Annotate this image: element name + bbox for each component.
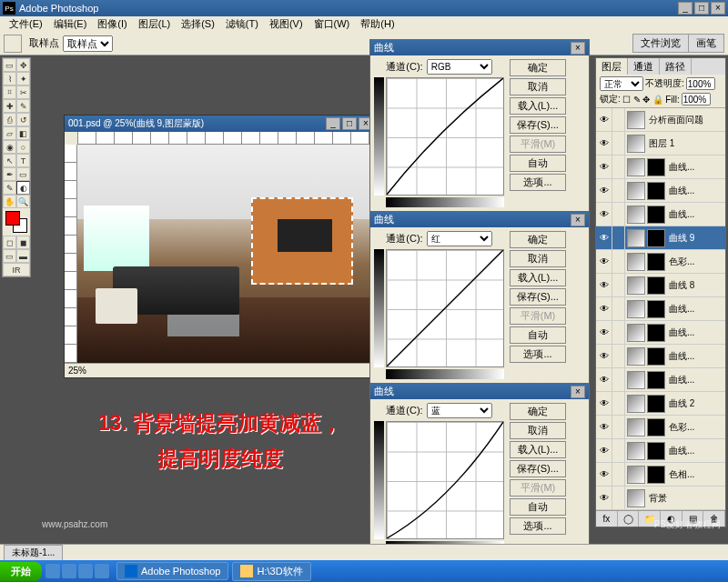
mask-thumb[interactable] — [647, 182, 665, 200]
tool-crop[interactable]: ⌗ — [3, 85, 16, 99]
tool-eraser[interactable]: ▱ — [3, 126, 16, 140]
layer-thumb[interactable] — [627, 135, 645, 153]
visibility-icon[interactable]: 👁 — [596, 274, 612, 296]
visibility-icon[interactable]: 👁 — [596, 108, 612, 131]
ruler-vertical[interactable] — [65, 145, 77, 363]
layer-row[interactable]: 👁曲线... — [596, 345, 725, 368]
visibility-icon[interactable]: 👁 — [596, 463, 612, 486]
link-cell[interactable] — [612, 108, 625, 131]
link-cell[interactable] — [612, 392, 625, 415]
lock-icons[interactable]: ☐ ✎ ✥ 🔒 — [622, 95, 663, 105]
channel-select-red[interactable]: 红 — [427, 231, 492, 246]
mask-thumb[interactable] — [647, 371, 665, 389]
menu-image[interactable]: 图像(I) — [92, 17, 132, 31]
curves-close3[interactable]: × — [571, 386, 585, 398]
doc-titlebar[interactable]: 001.psd @ 25%(曲线 9,图层蒙版) _ □ × — [65, 115, 377, 132]
tool-stamp[interactable]: ⎙ — [3, 113, 16, 126]
mask-thumb[interactable] — [647, 300, 665, 318]
link-cell[interactable] — [612, 179, 625, 202]
layer-thumb[interactable] — [627, 418, 645, 436]
doc-zoom[interactable]: 25% — [68, 366, 86, 376]
visibility-icon[interactable]: 👁 — [596, 416, 612, 438]
eyedropper-icon[interactable] — [4, 35, 22, 53]
menu-file[interactable]: 文件(E) — [4, 17, 48, 31]
layer-thumb[interactable] — [627, 111, 645, 129]
screen-std[interactable]: ▭ — [3, 249, 16, 263]
auto-button3[interactable]: 自动 — [510, 498, 566, 516]
mask-thumb[interactable] — [647, 395, 665, 413]
cancel-button[interactable]: 取消 — [510, 78, 566, 95]
layer-list[interactable]: 👁分析画面问题👁图层 1👁曲线...👁曲线...👁曲线...👁曲线 9👁色彩..… — [596, 107, 725, 510]
layer-thumb[interactable] — [627, 347, 645, 366]
channel-select-rgb[interactable]: RGB — [427, 59, 492, 75]
tool-eyedropper[interactable]: ◐ — [16, 181, 30, 195]
visibility-icon[interactable]: 👁 — [596, 297, 612, 320]
blend-mode[interactable]: 正常 — [600, 76, 643, 91]
visibility-icon[interactable]: 👁 — [596, 226, 612, 249]
layer-thumb[interactable] — [627, 466, 645, 484]
mask-thumb[interactable] — [647, 466, 665, 484]
link-cell[interactable] — [612, 226, 625, 249]
ql-icon[interactable] — [95, 564, 109, 578]
mask-thumb[interactable] — [647, 442, 665, 460]
tab-brush[interactable]: 画笔 — [688, 34, 724, 53]
layer-row[interactable]: 👁曲线 2 — [596, 392, 725, 416]
screen-full[interactable]: ▬ — [16, 249, 30, 263]
load-button[interactable]: 载入(L)... — [510, 97, 566, 115]
tool-type[interactable]: T — [16, 154, 30, 167]
mask-thumb[interactable] — [647, 324, 665, 342]
taskbar-item-ps[interactable]: Adobe Photoshop — [116, 562, 228, 580]
layer-thumb[interactable] — [627, 182, 645, 200]
link-cell[interactable] — [612, 487, 625, 509]
sample-select[interactable]: 取样点 — [63, 35, 113, 52]
curves-graph[interactable] — [386, 77, 504, 196]
mode-quickmask[interactable]: ◼ — [16, 236, 30, 249]
save-button2[interactable]: 保存(S)... — [510, 288, 566, 306]
layer-thumb[interactable] — [627, 206, 645, 224]
link-cell[interactable] — [612, 203, 625, 226]
color-swatches[interactable] — [3, 208, 30, 236]
cancel-button3[interactable]: 取消 — [510, 422, 566, 439]
tool-path[interactable]: ↖ — [3, 154, 16, 167]
visibility-icon[interactable]: 👁 — [596, 203, 612, 226]
tool-history[interactable]: ↺ — [16, 113, 30, 126]
visibility-icon[interactable]: 👁 — [596, 250, 612, 273]
jump-ir[interactable]: IR — [3, 263, 30, 276]
tool-heal[interactable]: ✚ — [3, 99, 16, 113]
layer-row[interactable]: 👁曲线 9 — [596, 226, 725, 250]
layer-row[interactable]: 👁曲线... — [596, 156, 725, 179]
ql-icon[interactable] — [62, 564, 76, 578]
mask-thumb[interactable] — [647, 229, 665, 247]
visibility-icon[interactable]: 👁 — [596, 179, 612, 202]
layer-thumb[interactable] — [627, 324, 645, 342]
cancel-button2[interactable]: 取消 — [510, 250, 566, 267]
layer-row[interactable]: 👁色彩... — [596, 416, 725, 439]
tab-filebrowser[interactable]: 文件浏览 — [632, 34, 689, 53]
link-cell[interactable] — [612, 463, 625, 486]
layer-row[interactable]: 👁曲线... — [596, 203, 725, 226]
mask-thumb[interactable] — [647, 158, 665, 176]
menu-window[interactable]: 窗口(W) — [308, 17, 356, 31]
layer-thumb[interactable] — [627, 253, 645, 271]
layer-row[interactable]: 👁分析画面问题 — [596, 108, 725, 132]
layer-row[interactable]: 👁曲线... — [596, 321, 725, 345]
link-cell[interactable] — [612, 250, 625, 273]
tool-lasso[interactable]: ⌇ — [3, 72, 16, 85]
link-cell[interactable] — [612, 345, 625, 367]
auto-button[interactable]: 自动 — [510, 155, 566, 172]
link-cell[interactable] — [612, 368, 625, 391]
layer-row[interactable]: 👁曲线... — [596, 179, 725, 203]
layer-row[interactable]: 👁曲线... — [596, 297, 725, 321]
save-button[interactable]: 保存(S)... — [510, 116, 566, 134]
visibility-icon[interactable]: 👁 — [596, 345, 612, 367]
tool-gradient[interactable]: ◧ — [16, 126, 30, 140]
load-button3[interactable]: 载入(L)... — [510, 441, 566, 458]
link-cell[interactable] — [612, 274, 625, 296]
tab-paths[interactable]: 路径 — [660, 58, 692, 75]
layer-row[interactable]: 👁色彩... — [596, 250, 725, 274]
tab-layers[interactable]: 图层 — [596, 58, 628, 75]
layer-thumb[interactable] — [627, 371, 645, 389]
maximize-button[interactable]: □ — [694, 2, 709, 15]
visibility-icon[interactable]: 👁 — [596, 156, 612, 178]
doc-max[interactable]: □ — [342, 117, 357, 130]
